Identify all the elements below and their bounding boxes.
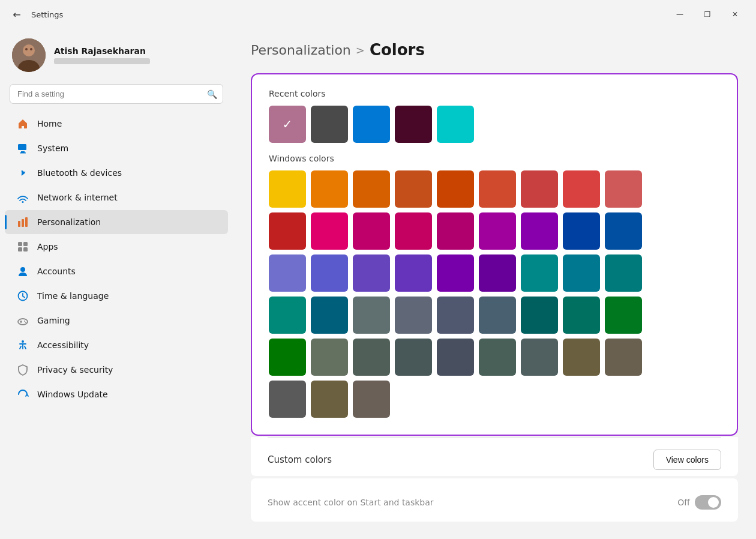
network-label: Network & internet [37, 193, 118, 202]
wc-23[interactable] [479, 254, 516, 292]
system-label: System [37, 143, 68, 153]
svg-rect-14 [18, 247, 22, 251]
sidebar-item-update[interactable]: Windows Update [5, 382, 228, 406]
windows-colors-section: Windows colors [269, 154, 720, 418]
wc-13[interactable] [437, 212, 474, 250]
recent-color-2[interactable] [353, 106, 390, 143]
wc-9[interactable] [269, 212, 306, 250]
time-icon [17, 290, 29, 302]
sidebar-item-personalization[interactable]: Personalization [5, 210, 228, 234]
sidebar-item-accessibility[interactable]: Accessibility [5, 333, 228, 357]
wc-20[interactable] [353, 254, 390, 292]
svg-rect-10 [22, 219, 24, 227]
wc-45[interactable] [269, 381, 306, 418]
wc-46[interactable] [311, 381, 348, 418]
maximize-button[interactable]: ❐ [694, 5, 721, 24]
user-email [54, 58, 150, 64]
accessibility-icon [17, 339, 29, 351]
minimize-button[interactable]: — [666, 5, 694, 24]
wc-24[interactable] [521, 254, 558, 292]
wc-31[interactable] [437, 297, 474, 334]
wc-25[interactable] [563, 254, 600, 292]
wc-12[interactable] [395, 212, 432, 250]
wc-7[interactable] [563, 170, 600, 208]
sidebar: Atish Rajasekharan 🔍 Home [0, 29, 233, 539]
sidebar-item-privacy[interactable]: Privacy & security [5, 358, 228, 382]
svg-point-3 [25, 48, 28, 50]
wc-43[interactable] [563, 339, 600, 376]
wc-39[interactable] [395, 339, 432, 376]
wc-10[interactable] [311, 212, 348, 250]
privacy-label: Privacy & security [37, 365, 113, 375]
wc-4[interactable] [437, 170, 474, 208]
wc-28[interactable] [311, 297, 348, 334]
wc-5[interactable] [479, 170, 516, 208]
recent-colors-label: Recent colors [269, 89, 720, 98]
sidebar-item-gaming[interactable]: Gaming [5, 309, 228, 333]
wc-11[interactable] [353, 212, 390, 250]
wc-22[interactable] [437, 254, 474, 292]
wc-44[interactable] [605, 339, 642, 376]
window-controls: — ❐ ✕ [666, 5, 749, 24]
wc-8[interactable] [605, 170, 642, 208]
sidebar-item-apps[interactable]: Apps [5, 235, 228, 259]
view-colors-button[interactable]: View colors [653, 450, 721, 470]
search-box: 🔍 [10, 84, 223, 104]
search-input[interactable] [10, 84, 223, 104]
wc-30[interactable] [395, 297, 432, 334]
gaming-label: Gaming [37, 316, 70, 325]
custom-colors-label: Custom colors [268, 454, 332, 465]
toggle-off-label: Off [677, 498, 690, 507]
accounts-icon [17, 265, 29, 277]
sidebar-item-time[interactable]: Time & language [5, 284, 228, 308]
sidebar-item-system[interactable]: System [5, 136, 228, 160]
wc-0[interactable] [269, 170, 306, 208]
wc-33[interactable] [521, 297, 558, 334]
wc-42[interactable] [521, 339, 558, 376]
wc-29[interactable] [353, 297, 390, 334]
wc-34[interactable] [563, 297, 600, 334]
wc-14[interactable] [479, 212, 516, 250]
privacy-icon [17, 364, 29, 376]
wc-16[interactable] [563, 212, 600, 250]
accent-toggle[interactable] [695, 495, 721, 510]
wc-41[interactable] [479, 339, 516, 376]
close-button[interactable]: ✕ [721, 5, 749, 24]
wc-3[interactable] [395, 170, 432, 208]
svg-rect-6 [21, 151, 25, 152]
wc-21[interactable] [395, 254, 432, 292]
breadcrumb-parent[interactable]: Personalization [251, 43, 351, 58]
wc-32[interactable] [479, 297, 516, 334]
sidebar-item-network[interactable]: Network & internet [5, 185, 228, 209]
wc-35[interactable] [605, 297, 642, 334]
recent-color-0[interactable] [269, 106, 306, 143]
bluetooth-label: Bluetooth & devices [37, 168, 122, 178]
wc-38[interactable] [353, 339, 390, 376]
sidebar-item-home[interactable]: Home [5, 112, 228, 136]
wc-15[interactable] [521, 212, 558, 250]
wc-26[interactable] [605, 254, 642, 292]
wc-40[interactable] [437, 339, 474, 376]
wc-27[interactable] [269, 297, 306, 334]
wc-37[interactable] [311, 339, 348, 376]
wc-17[interactable] [605, 212, 642, 250]
recent-colors-section: Recent colors [269, 89, 720, 143]
wc-18[interactable] [269, 254, 306, 292]
sidebar-item-accounts[interactable]: Accounts [5, 259, 228, 283]
back-button[interactable]: ← [7, 5, 26, 24]
wc-6[interactable] [521, 170, 558, 208]
app-title: Settings [31, 10, 666, 19]
wc-47[interactable] [353, 381, 390, 418]
sidebar-item-bluetooth[interactable]: Bluetooth & devices [5, 161, 228, 185]
wc-2[interactable] [353, 170, 390, 208]
wc-36[interactable] [269, 339, 306, 376]
recent-color-4[interactable] [437, 106, 474, 143]
personalization-label: Personalization [37, 217, 101, 227]
wc-1[interactable] [311, 170, 348, 208]
wc-19[interactable] [311, 254, 348, 292]
recent-color-1[interactable] [311, 106, 348, 143]
accessibility-label: Accessibility [37, 340, 89, 350]
accounts-label: Accounts [37, 266, 76, 276]
recent-color-3[interactable] [395, 106, 432, 143]
breadcrumb-current: Colors [370, 41, 425, 59]
